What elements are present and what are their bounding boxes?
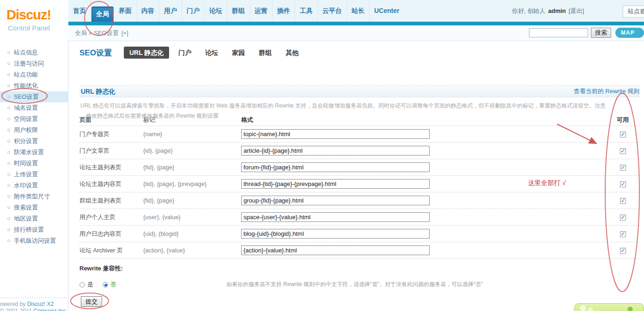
top-nav-item[interactable]: UCenter — [370, 0, 404, 22]
sidebar-item-label: 防灌水设置 — [14, 148, 44, 156]
top-nav-item[interactable]: 插件 — [273, 0, 295, 22]
bullet-icon — [7, 173, 10, 176]
format-input[interactable] — [241, 229, 430, 239]
table-row: 门户文章页 {id}, {page} — [79, 143, 639, 159]
search-button[interactable]: 搜索 — [591, 28, 611, 38]
description-line-1: URL 静态化可以提高搜索引擎抓取，开启本功能需要对 Web 服务器增加相应的 … — [80, 101, 616, 111]
url-format-table: 页面 标记 格式 可用 门户专题页 {name} 门户文章页 — [79, 114, 639, 259]
format-input[interactable] — [241, 212, 430, 222]
sidebar-item[interactable]: 域名设置 — [0, 102, 68, 114]
sidebar-item[interactable]: 站点信息 — [0, 47, 68, 58]
top-nav-item[interactable]: 全局 — [91, 6, 114, 22]
top-nav-item[interactable]: 工具 — [295, 0, 318, 22]
settings-tab[interactable]: 论坛 — [205, 49, 218, 56]
sidebar-item[interactable]: 站点功能 — [0, 69, 68, 80]
top-nav-item[interactable]: 界面 — [114, 0, 137, 22]
settings-tab[interactable]: 群组 — [259, 49, 272, 56]
sidebar-item[interactable]: 附件类型尺寸 — [0, 191, 68, 202]
sidebar-item[interactable]: 上传设置 — [0, 169, 68, 180]
sidebar-item[interactable]: 空间设置 — [0, 114, 68, 125]
top-nav-item[interactable]: 用户 — [159, 0, 182, 22]
sidebar-item[interactable]: 积分设置 — [0, 136, 68, 147]
sidebar-item[interactable]: 注册与访问 — [0, 58, 68, 69]
enabled-checkbox[interactable] — [620, 132, 626, 138]
rewrite-option-label: 是 — [87, 281, 93, 289]
comsenz-link[interactable]: Comsenz Inc. — [33, 308, 67, 311]
enabled-checkbox[interactable] — [620, 165, 626, 171]
sidebar-item[interactable]: 排行榜设置 — [0, 224, 68, 235]
format-input[interactable] — [241, 196, 430, 205]
rewrite-option[interactable]: 是 — [79, 281, 93, 289]
header-enabled: 可用 — [606, 116, 639, 124]
sidebar-item[interactable]: 时间设置 — [0, 158, 68, 169]
sidebar-item-label: 积分设置 — [14, 137, 38, 145]
format-input[interactable] — [241, 179, 430, 189]
teal-divider-bar — [68, 22, 644, 25]
top-nav-item[interactable]: 内容 — [137, 0, 159, 22]
map-button[interactable]: MAP — [615, 28, 644, 38]
enabled-checkbox[interactable] — [620, 148, 626, 154]
submit-button[interactable]: 提交 — [81, 296, 102, 307]
top-nav-label: 云平台 — [322, 7, 342, 14]
settings-tabs: URL 静态化门户论坛家园群组其他 — [124, 49, 312, 57]
discuz-link[interactable]: Discuz! X2 — [27, 301, 54, 307]
format-input[interactable] — [241, 146, 430, 156]
sidebar-item[interactable]: 防灌水设置 — [0, 147, 68, 158]
top-nav-label: 界面 — [119, 7, 132, 14]
rewrite-option[interactable]: 否 — [103, 281, 116, 289]
format-input[interactable] — [241, 162, 430, 172]
logo-area: Discuz! Control Panel — [0, 0, 68, 41]
top-nav-item[interactable]: 群组 — [227, 0, 250, 22]
view-rewrite-rules-link[interactable]: 查看当前的 Rewrite 规则 — [574, 85, 639, 97]
enabled-checkbox[interactable] — [620, 231, 626, 237]
settings-tab[interactable]: 门户 — [178, 49, 191, 56]
rewrite-compat-block: Rewrite 兼容性: 是 否 如果你的服务器 — [79, 259, 639, 307]
tag-list: {uid}, {blogid} — [143, 230, 241, 237]
sidebar-item[interactable]: SEO设置 — [0, 91, 68, 102]
sidebar-item-label: 用户权限 — [14, 126, 38, 134]
top-nav-item[interactable]: 运营 — [250, 0, 273, 22]
breadcrumb-root[interactable]: 全局 — [75, 30, 87, 36]
format-input[interactable] — [241, 129, 430, 139]
bullet-icon — [7, 184, 10, 187]
corner-popup-widget[interactable] — [574, 303, 644, 311]
sidebar-nav: 站点信息 注册与访问 站点功能 性能优化 — [0, 41, 68, 246]
discuz-admin-page: Discuz! Control Panel 首页 全局 界面 内容 用户 门户 … — [0, 0, 644, 311]
copyright-text: © 2001-2011 — [0, 308, 33, 311]
radio-icon[interactable] — [103, 282, 108, 287]
sidebar-item[interactable]: 性能优化 — [0, 80, 68, 91]
rewrite-compat-label: Rewrite 兼容性: — [79, 264, 639, 273]
search-input[interactable] — [529, 28, 588, 37]
page-name: 论坛 Archiver 页 — [79, 246, 143, 255]
site-home-button[interactable]: 站点首页 — [623, 6, 644, 18]
settings-tab[interactable]: 家园 — [232, 49, 245, 56]
top-nav-item[interactable]: 云平台 — [318, 0, 347, 22]
top-nav-item[interactable]: 站长 — [347, 0, 370, 22]
logout-link[interactable]: [退出] — [569, 7, 584, 15]
top-nav-item[interactable]: 门户 — [182, 0, 205, 22]
enabled-checkbox[interactable] — [620, 215, 626, 221]
radio-icon[interactable] — [79, 282, 85, 287]
enabled-checkbox[interactable] — [620, 198, 626, 204]
sidebar-item[interactable]: 搜索设置 — [0, 202, 68, 213]
enabled-checkbox[interactable] — [620, 181, 626, 187]
top-nav-label: 站长 — [352, 7, 365, 14]
settings-tab[interactable]: 其他 — [286, 49, 298, 56]
sidebar-item[interactable]: 用户权限 — [0, 125, 68, 136]
copyright-footer: owered by Discuz! X2 © 2001-2011 Comsenz… — [0, 298, 67, 311]
sidebar-item[interactable]: 水印设置 — [0, 180, 68, 191]
sidebar: 站点信息 注册与访问 站点功能 性能优化 — [0, 41, 68, 311]
sidebar-item[interactable]: 地区设置 — [0, 213, 68, 224]
top-nav-label: 论坛 — [209, 7, 222, 14]
top-nav-item[interactable]: 首页 — [68, 0, 91, 22]
user-bar: 你好, 创始人 admin [退出] — [512, 0, 584, 22]
enabled-checkbox[interactable] — [620, 248, 626, 254]
top-nav-item[interactable]: 论坛 — [205, 0, 227, 22]
settings-tab[interactable]: URL 静态化 — [124, 47, 169, 59]
format-input[interactable] — [241, 245, 430, 255]
page-name: 用户个人主页 — [79, 213, 143, 221]
sidebar-item-label: 时间设置 — [14, 159, 38, 167]
breadcrumb-expand[interactable]: [+] — [122, 30, 128, 36]
sidebar-item[interactable]: 手机版访问设置 — [0, 235, 68, 246]
breadcrumb-separator: » — [89, 30, 92, 36]
